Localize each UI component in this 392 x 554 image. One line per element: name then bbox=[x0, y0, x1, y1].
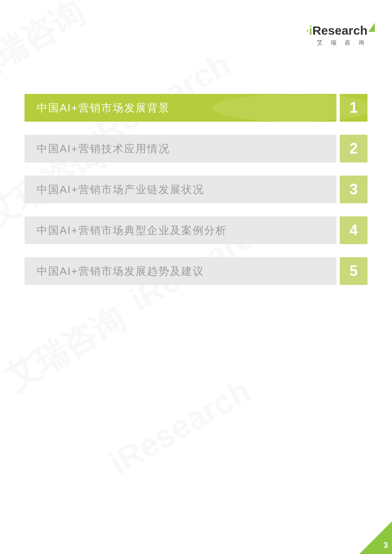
menu-number-box-3: 3 bbox=[340, 176, 368, 203]
logo-research: Research bbox=[312, 24, 368, 37]
menu-bar-5[interactable]: 中国AI+营销市场发展趋势及建议 bbox=[24, 257, 336, 285]
logo-triangle bbox=[368, 23, 375, 32]
menu-number-box-5: 5 bbox=[340, 257, 368, 285]
menu-bar-1[interactable]: 中国AI+营销市场发展背景 bbox=[24, 94, 336, 122]
menu-item-1[interactable]: 中国AI+营销市场发展背景 1 bbox=[24, 94, 368, 122]
logo-i: i bbox=[309, 24, 312, 37]
logo-dot: • bbox=[307, 28, 309, 34]
menu-bar-3[interactable]: 中国AI+营销市场产业链发展状况 bbox=[24, 176, 336, 203]
menu-item-4[interactable]: 中国AI+营销市场典型企业及案例分析 4 bbox=[24, 216, 368, 244]
watermark-text-6: iResearch bbox=[103, 372, 257, 483]
menu-item-3[interactable]: 中国AI+营销市场产业链发展状况 3 bbox=[24, 176, 368, 203]
menu-label-5: 中国AI+营销市场发展趋势及建议 bbox=[37, 264, 204, 278]
menu-number-box-4: 4 bbox=[340, 216, 368, 244]
corner-decoration: 3 bbox=[359, 521, 392, 554]
menu-label-2: 中国AI+营销技术应用情况 bbox=[37, 142, 170, 156]
menu-item-5[interactable]: 中国AI+营销市场发展趋势及建议 5 bbox=[24, 257, 368, 285]
menu-bar-2[interactable]: 中国AI+营销技术应用情况 bbox=[24, 135, 336, 162]
menu-label-3: 中国AI+营销市场产业链发展状况 bbox=[37, 182, 204, 197]
menu-number-5: 5 bbox=[350, 263, 358, 280]
watermark-text-5: 艾瑞咨询 bbox=[0, 297, 133, 400]
menu-number-box-2: 2 bbox=[340, 135, 368, 162]
menu-label-4: 中国AI+营销市场典型企业及案例分析 bbox=[37, 223, 227, 238]
menu-number-2: 2 bbox=[350, 140, 358, 157]
page-number: 3 bbox=[383, 541, 388, 550]
page: 艾瑞咨询 iResearch 艾瑞咨询 iResearch 艾瑞咨询 iRese… bbox=[0, 0, 392, 554]
logo-wrapper: • i Research bbox=[307, 24, 368, 37]
logo-area: • i Research 艾 瑞 咨 询 bbox=[307, 24, 368, 47]
menu-number-4: 4 bbox=[350, 222, 358, 239]
menu-label-1: 中国AI+营销市场发展背景 bbox=[37, 101, 170, 115]
menu-container: 中国AI+营销市场发展背景 1 中国AI+营销技术应用情况 2 中国AI+营销市… bbox=[24, 94, 368, 298]
menu-number-3: 3 bbox=[350, 181, 358, 198]
logo-tagline: 艾 瑞 咨 询 bbox=[317, 39, 368, 47]
menu-bar-4[interactable]: 中国AI+营销市场典型企业及案例分析 bbox=[24, 216, 336, 244]
watermark-text-1: 艾瑞咨询 bbox=[0, 0, 92, 94]
menu-item-2[interactable]: 中国AI+营销技术应用情况 2 bbox=[24, 135, 368, 162]
